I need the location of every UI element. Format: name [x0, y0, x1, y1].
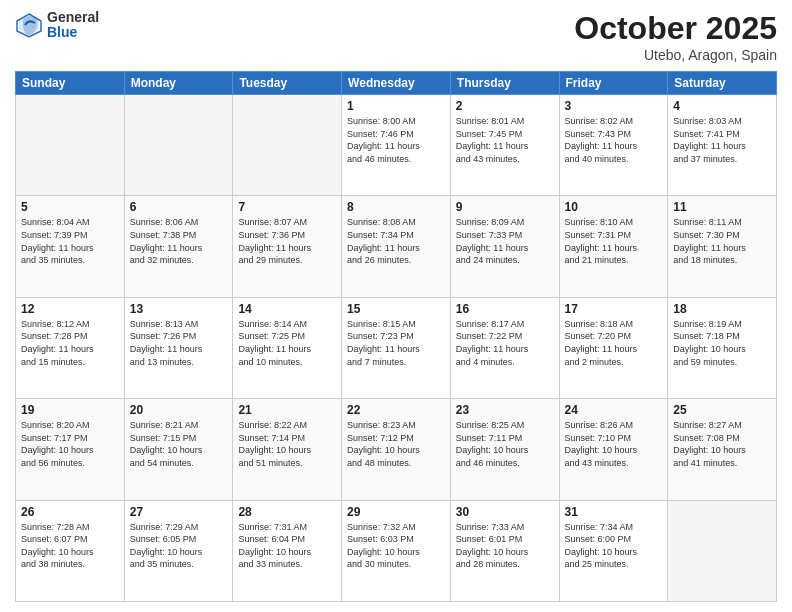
day-number: 23 [456, 403, 554, 417]
day-number: 19 [21, 403, 119, 417]
day-info: Sunrise: 7:33 AM Sunset: 6:01 PM Dayligh… [456, 521, 554, 571]
calendar-cell: 25Sunrise: 8:27 AM Sunset: 7:08 PM Dayli… [668, 399, 777, 500]
day-info: Sunrise: 8:22 AM Sunset: 7:14 PM Dayligh… [238, 419, 336, 469]
calendar-cell: 20Sunrise: 8:21 AM Sunset: 7:15 PM Dayli… [124, 399, 233, 500]
calendar-cell: 26Sunrise: 7:28 AM Sunset: 6:07 PM Dayli… [16, 500, 125, 601]
calendar-week-row: 26Sunrise: 7:28 AM Sunset: 6:07 PM Dayli… [16, 500, 777, 601]
day-info: Sunrise: 8:00 AM Sunset: 7:46 PM Dayligh… [347, 115, 445, 165]
day-number: 2 [456, 99, 554, 113]
weekday-header-row: SundayMondayTuesdayWednesdayThursdayFrid… [16, 72, 777, 95]
calendar-week-row: 19Sunrise: 8:20 AM Sunset: 7:17 PM Dayli… [16, 399, 777, 500]
calendar-cell: 12Sunrise: 8:12 AM Sunset: 7:28 PM Dayli… [16, 297, 125, 398]
day-info: Sunrise: 8:15 AM Sunset: 7:23 PM Dayligh… [347, 318, 445, 368]
calendar-cell: 23Sunrise: 8:25 AM Sunset: 7:11 PM Dayli… [450, 399, 559, 500]
calendar-cell: 22Sunrise: 8:23 AM Sunset: 7:12 PM Dayli… [342, 399, 451, 500]
weekday-header-sunday: Sunday [16, 72, 125, 95]
calendar-cell: 31Sunrise: 7:34 AM Sunset: 6:00 PM Dayli… [559, 500, 668, 601]
calendar-cell: 3Sunrise: 8:02 AM Sunset: 7:43 PM Daylig… [559, 95, 668, 196]
day-info: Sunrise: 8:27 AM Sunset: 7:08 PM Dayligh… [673, 419, 771, 469]
calendar-cell: 10Sunrise: 8:10 AM Sunset: 7:31 PM Dayli… [559, 196, 668, 297]
day-number: 10 [565, 200, 663, 214]
calendar-cell: 17Sunrise: 8:18 AM Sunset: 7:20 PM Dayli… [559, 297, 668, 398]
logo-text: General Blue [47, 10, 99, 41]
day-info: Sunrise: 7:34 AM Sunset: 6:00 PM Dayligh… [565, 521, 663, 571]
calendar-cell: 5Sunrise: 8:04 AM Sunset: 7:39 PM Daylig… [16, 196, 125, 297]
day-info: Sunrise: 8:06 AM Sunset: 7:38 PM Dayligh… [130, 216, 228, 266]
logo-blue-text: Blue [47, 25, 99, 40]
calendar-cell: 28Sunrise: 7:31 AM Sunset: 6:04 PM Dayli… [233, 500, 342, 601]
logo-general-text: General [47, 10, 99, 25]
calendar-week-row: 1Sunrise: 8:00 AM Sunset: 7:46 PM Daylig… [16, 95, 777, 196]
day-info: Sunrise: 8:18 AM Sunset: 7:20 PM Dayligh… [565, 318, 663, 368]
day-number: 21 [238, 403, 336, 417]
day-number: 20 [130, 403, 228, 417]
day-info: Sunrise: 8:26 AM Sunset: 7:10 PM Dayligh… [565, 419, 663, 469]
day-info: Sunrise: 8:21 AM Sunset: 7:15 PM Dayligh… [130, 419, 228, 469]
calendar-cell: 18Sunrise: 8:19 AM Sunset: 7:18 PM Dayli… [668, 297, 777, 398]
day-number: 13 [130, 302, 228, 316]
day-number: 11 [673, 200, 771, 214]
day-info: Sunrise: 8:03 AM Sunset: 7:41 PM Dayligh… [673, 115, 771, 165]
day-info: Sunrise: 8:09 AM Sunset: 7:33 PM Dayligh… [456, 216, 554, 266]
calendar-cell: 1Sunrise: 8:00 AM Sunset: 7:46 PM Daylig… [342, 95, 451, 196]
header: General Blue October 2025 Utebo, Aragon,… [15, 10, 777, 63]
calendar-cell: 8Sunrise: 8:08 AM Sunset: 7:34 PM Daylig… [342, 196, 451, 297]
day-number: 8 [347, 200, 445, 214]
day-number: 16 [456, 302, 554, 316]
day-number: 28 [238, 505, 336, 519]
calendar-cell: 15Sunrise: 8:15 AM Sunset: 7:23 PM Dayli… [342, 297, 451, 398]
day-number: 27 [130, 505, 228, 519]
day-info: Sunrise: 8:13 AM Sunset: 7:26 PM Dayligh… [130, 318, 228, 368]
day-info: Sunrise: 8:14 AM Sunset: 7:25 PM Dayligh… [238, 318, 336, 368]
day-info: Sunrise: 8:20 AM Sunset: 7:17 PM Dayligh… [21, 419, 119, 469]
calendar-cell: 16Sunrise: 8:17 AM Sunset: 7:22 PM Dayli… [450, 297, 559, 398]
calendar-cell [233, 95, 342, 196]
month-title: October 2025 [574, 10, 777, 47]
weekday-header-friday: Friday [559, 72, 668, 95]
calendar-cell [16, 95, 125, 196]
day-info: Sunrise: 7:31 AM Sunset: 6:04 PM Dayligh… [238, 521, 336, 571]
weekday-header-thursday: Thursday [450, 72, 559, 95]
calendar-cell: 21Sunrise: 8:22 AM Sunset: 7:14 PM Dayli… [233, 399, 342, 500]
day-info: Sunrise: 7:32 AM Sunset: 6:03 PM Dayligh… [347, 521, 445, 571]
calendar-cell [668, 500, 777, 601]
day-number: 24 [565, 403, 663, 417]
day-info: Sunrise: 8:04 AM Sunset: 7:39 PM Dayligh… [21, 216, 119, 266]
day-info: Sunrise: 8:11 AM Sunset: 7:30 PM Dayligh… [673, 216, 771, 266]
day-number: 18 [673, 302, 771, 316]
calendar-cell: 9Sunrise: 8:09 AM Sunset: 7:33 PM Daylig… [450, 196, 559, 297]
day-number: 26 [21, 505, 119, 519]
logo-icon [15, 11, 43, 39]
title-block: October 2025 Utebo, Aragon, Spain [574, 10, 777, 63]
calendar-cell: 7Sunrise: 8:07 AM Sunset: 7:36 PM Daylig… [233, 196, 342, 297]
day-info: Sunrise: 8:19 AM Sunset: 7:18 PM Dayligh… [673, 318, 771, 368]
weekday-header-wednesday: Wednesday [342, 72, 451, 95]
calendar-cell: 27Sunrise: 7:29 AM Sunset: 6:05 PM Dayli… [124, 500, 233, 601]
day-number: 1 [347, 99, 445, 113]
day-info: Sunrise: 8:12 AM Sunset: 7:28 PM Dayligh… [21, 318, 119, 368]
calendar-cell: 11Sunrise: 8:11 AM Sunset: 7:30 PM Dayli… [668, 196, 777, 297]
calendar-week-row: 5Sunrise: 8:04 AM Sunset: 7:39 PM Daylig… [16, 196, 777, 297]
day-number: 14 [238, 302, 336, 316]
calendar-cell: 6Sunrise: 8:06 AM Sunset: 7:38 PM Daylig… [124, 196, 233, 297]
calendar-cell: 24Sunrise: 8:26 AM Sunset: 7:10 PM Dayli… [559, 399, 668, 500]
day-number: 5 [21, 200, 119, 214]
day-info: Sunrise: 8:02 AM Sunset: 7:43 PM Dayligh… [565, 115, 663, 165]
day-info: Sunrise: 8:23 AM Sunset: 7:12 PM Dayligh… [347, 419, 445, 469]
day-info: Sunrise: 7:29 AM Sunset: 6:05 PM Dayligh… [130, 521, 228, 571]
location-subtitle: Utebo, Aragon, Spain [574, 47, 777, 63]
day-info: Sunrise: 8:01 AM Sunset: 7:45 PM Dayligh… [456, 115, 554, 165]
day-number: 30 [456, 505, 554, 519]
day-info: Sunrise: 8:07 AM Sunset: 7:36 PM Dayligh… [238, 216, 336, 266]
calendar-table: SundayMondayTuesdayWednesdayThursdayFrid… [15, 71, 777, 602]
day-number: 17 [565, 302, 663, 316]
day-info: Sunrise: 8:10 AM Sunset: 7:31 PM Dayligh… [565, 216, 663, 266]
day-number: 4 [673, 99, 771, 113]
day-number: 7 [238, 200, 336, 214]
page: General Blue October 2025 Utebo, Aragon,… [0, 0, 792, 612]
day-info: Sunrise: 8:08 AM Sunset: 7:34 PM Dayligh… [347, 216, 445, 266]
day-number: 29 [347, 505, 445, 519]
calendar-cell: 19Sunrise: 8:20 AM Sunset: 7:17 PM Dayli… [16, 399, 125, 500]
day-number: 6 [130, 200, 228, 214]
calendar-cell: 29Sunrise: 7:32 AM Sunset: 6:03 PM Dayli… [342, 500, 451, 601]
